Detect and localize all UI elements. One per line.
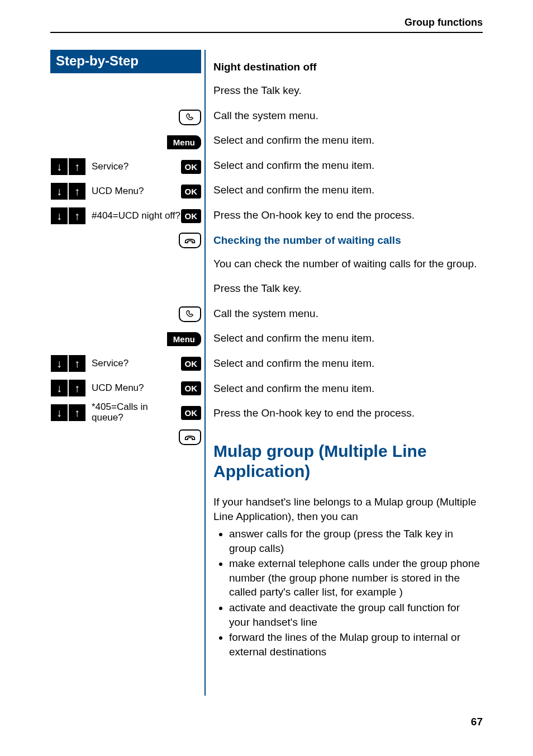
section-heading-mulap: Mulap group (Multiple Line Application)	[213, 441, 483, 481]
menu-item-label: *405=Calls in queue?	[89, 402, 181, 423]
step-onhook-key	[50, 230, 201, 251]
menu-item-label: Service?	[89, 162, 181, 172]
step-calls-queue: ↓ ↑ *405=Calls in queue? OK	[50, 402, 201, 423]
up-arrow-icon: ↑	[68, 182, 86, 200]
step-text: Select and confirm the menu item.	[213, 133, 483, 148]
onhook-key-icon	[179, 233, 201, 248]
page-number: 67	[471, 716, 483, 728]
intro-text: If your handset's line belongs to a Mula…	[213, 495, 483, 525]
up-arrow-icon: ↑	[68, 207, 86, 225]
step-service-2: ↓ ↑ Service? OK	[50, 353, 201, 374]
step-menu-key-2: Menu	[50, 328, 201, 349]
step-ucd-menu-2: ↓ ↑ UCD Menu? OK	[50, 377, 201, 399]
page: Group functions Step-by-Step Menu ↓ ↑ Se…	[0, 0, 533, 756]
list-item: activate and deactivate the group call f…	[229, 601, 483, 629]
section-heading-night-off: Night destination off	[213, 61, 483, 73]
step-ucd-menu: ↓ ↑ UCD Menu? OK	[50, 181, 201, 202]
menu-item-label: Service?	[89, 358, 181, 369]
list-item: answer calls for the group (press the Ta…	[229, 527, 483, 555]
top-header: Group functions	[50, 17, 483, 33]
intro-text: You can check the number of waiting call…	[213, 257, 483, 272]
up-arrow-icon: ↑	[68, 355, 86, 372]
step-talk-key	[50, 107, 201, 128]
ok-key: OK	[181, 209, 202, 223]
down-arrow-icon: ↓	[50, 182, 68, 200]
bullet-list: answer calls for the group (press the Ta…	[213, 527, 483, 659]
menu-item-label: UCD Menu?	[89, 186, 181, 197]
step-text: Press the On-hook key to end the process…	[213, 406, 483, 421]
step-text: Select and confirm the menu item.	[213, 331, 483, 346]
step-text: Select and confirm the menu item.	[213, 381, 483, 396]
step-text: Press the Talk key.	[213, 83, 483, 98]
down-arrow-icon: ↓	[50, 158, 68, 176]
talk-key-icon	[179, 110, 201, 125]
step-text: Select and confirm the menu item.	[213, 158, 483, 173]
talk-key-icon	[179, 306, 201, 322]
step-text: Select and confirm the menu item.	[213, 356, 483, 371]
step-service: ↓ ↑ Service? OK	[50, 156, 201, 177]
down-arrow-icon: ↓	[50, 404, 68, 422]
step-talk-key-2	[50, 304, 201, 325]
right-column: Night destination off Press the Talk key…	[206, 50, 483, 660]
up-arrow-icon: ↑	[68, 404, 86, 422]
down-arrow-icon: ↓	[50, 379, 68, 397]
step-text: Press the Talk key.	[213, 281, 483, 296]
ok-key: OK	[181, 357, 202, 371]
ok-key: OK	[181, 406, 202, 420]
step-night-off: ↓ ↑ #404=UCD night off? OK	[50, 205, 201, 226]
down-arrow-icon: ↓	[50, 207, 68, 225]
menu-key: Menu	[167, 332, 201, 346]
step-onhook-key-2	[50, 427, 201, 448]
menu-item-label: UCD Menu?	[89, 383, 181, 394]
menu-item-label: #404=UCD night off?	[89, 211, 181, 221]
step-by-step-column: Step-by-Step Menu ↓ ↑ Service? OK	[50, 50, 206, 696]
up-arrow-icon: ↑	[68, 158, 86, 176]
step-text: Press the On-hook key to end the process…	[213, 208, 483, 223]
content: Step-by-Step Menu ↓ ↑ Service? OK	[50, 50, 483, 696]
step-text: Call the system menu.	[213, 306, 483, 322]
step-menu-key: Menu	[50, 131, 201, 153]
down-arrow-icon: ↓	[50, 355, 68, 372]
menu-key: Menu	[167, 135, 201, 149]
ok-key: OK	[181, 185, 202, 199]
ok-key: OK	[181, 160, 202, 174]
list-item: forward the lines of the Mulap group to …	[229, 630, 483, 659]
section-heading-checking-calls: Checking the number of waiting calls	[213, 234, 483, 247]
ok-key: OK	[181, 381, 202, 395]
step-by-step-heading: Step-by-Step	[50, 50, 201, 73]
step-text: Call the system menu.	[213, 108, 483, 124]
up-arrow-icon: ↑	[68, 379, 86, 397]
onhook-key-icon	[179, 429, 201, 445]
step-text: Select and confirm the menu item.	[213, 183, 483, 198]
list-item: make external telephone calls under the …	[229, 556, 483, 599]
